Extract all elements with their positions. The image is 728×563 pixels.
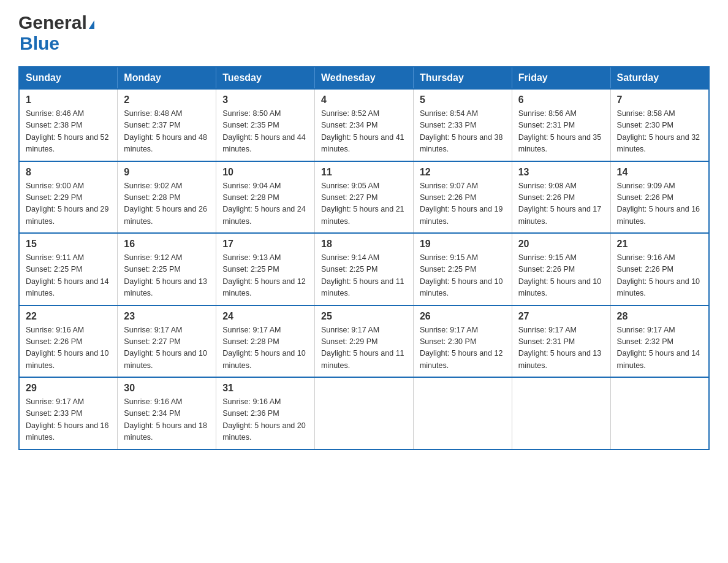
weekday-header-monday: Monday — [118, 67, 216, 89]
logo-blue-text: Blue — [20, 33, 59, 53]
day-info: Sunrise: 8:50 AMSunset: 2:35 PMDaylight:… — [222, 108, 308, 156]
calendar-day-cell: 3 Sunrise: 8:50 AMSunset: 2:35 PMDayligh… — [216, 89, 315, 161]
day-number: 20 — [518, 239, 604, 250]
day-info: Sunrise: 9:11 AMSunset: 2:25 PMDaylight:… — [26, 252, 111, 300]
day-number: 17 — [222, 239, 308, 250]
day-number: 13 — [518, 167, 604, 178]
calendar-day-cell: 20 Sunrise: 9:15 AMSunset: 2:26 PMDaylig… — [512, 233, 610, 305]
day-info: Sunrise: 8:54 AMSunset: 2:33 PMDaylight:… — [420, 108, 506, 156]
day-number: 21 — [617, 239, 702, 250]
calendar-day-cell: 1 Sunrise: 8:46 AMSunset: 2:38 PMDayligh… — [19, 89, 118, 161]
calendar-day-cell: 23 Sunrise: 9:17 AMSunset: 2:27 PMDaylig… — [118, 305, 216, 378]
day-info: Sunrise: 9:12 AMSunset: 2:25 PMDaylight:… — [124, 252, 210, 300]
calendar-day-cell: 25 Sunrise: 9:17 AMSunset: 2:29 PMDaylig… — [315, 305, 414, 378]
day-info: Sunrise: 8:48 AMSunset: 2:37 PMDaylight:… — [124, 108, 210, 156]
calendar-day-cell: 4 Sunrise: 8:52 AMSunset: 2:34 PMDayligh… — [315, 89, 414, 161]
weekday-header-friday: Friday — [512, 67, 610, 89]
day-number: 28 — [617, 311, 702, 322]
calendar-day-cell: 30 Sunrise: 9:16 AMSunset: 2:34 PMDaylig… — [118, 377, 216, 450]
calendar-day-cell: 21 Sunrise: 9:16 AMSunset: 2:26 PMDaylig… — [610, 233, 709, 305]
weekday-header-thursday: Thursday — [413, 67, 512, 89]
day-info: Sunrise: 9:17 AMSunset: 2:30 PMDaylight:… — [420, 324, 506, 372]
calendar-table: SundayMondayTuesdayWednesdayThursdayFrid… — [18, 66, 710, 450]
day-info: Sunrise: 9:16 AMSunset: 2:34 PMDaylight:… — [124, 396, 210, 444]
weekday-header-wednesday: Wednesday — [315, 67, 414, 89]
calendar-week-row: 8 Sunrise: 9:00 AMSunset: 2:29 PMDayligh… — [19, 161, 709, 234]
day-info: Sunrise: 9:07 AMSunset: 2:26 PMDaylight:… — [420, 180, 506, 228]
calendar-day-cell: 27 Sunrise: 9:17 AMSunset: 2:31 PMDaylig… — [512, 305, 610, 378]
calendar-week-row: 1 Sunrise: 8:46 AMSunset: 2:38 PMDayligh… — [19, 89, 709, 161]
day-info: Sunrise: 9:13 AMSunset: 2:25 PMDaylight:… — [222, 252, 308, 300]
day-info: Sunrise: 9:14 AMSunset: 2:25 PMDaylight:… — [321, 252, 407, 300]
calendar-day-cell: 13 Sunrise: 9:08 AMSunset: 2:26 PMDaylig… — [512, 161, 610, 234]
calendar-day-cell: 26 Sunrise: 9:17 AMSunset: 2:30 PMDaylig… — [413, 305, 512, 378]
calendar-day-cell: 18 Sunrise: 9:14 AMSunset: 2:25 PMDaylig… — [315, 233, 414, 305]
calendar-day-cell: 5 Sunrise: 8:54 AMSunset: 2:33 PMDayligh… — [413, 89, 512, 161]
day-number: 29 — [26, 383, 111, 394]
calendar-body: 1 Sunrise: 8:46 AMSunset: 2:38 PMDayligh… — [19, 89, 709, 450]
calendar-week-row: 15 Sunrise: 9:11 AMSunset: 2:25 PMDaylig… — [19, 233, 709, 305]
day-info: Sunrise: 9:16 AMSunset: 2:36 PMDaylight:… — [222, 396, 308, 444]
day-info: Sunrise: 9:05 AMSunset: 2:27 PMDaylight:… — [321, 180, 407, 228]
day-number: 30 — [124, 383, 210, 394]
day-number: 18 — [321, 239, 407, 250]
calendar-day-cell: 24 Sunrise: 9:17 AMSunset: 2:28 PMDaylig… — [216, 305, 315, 378]
calendar-day-cell — [610, 377, 709, 450]
calendar-day-cell: 28 Sunrise: 9:17 AMSunset: 2:32 PMDaylig… — [610, 305, 709, 378]
day-info: Sunrise: 9:00 AMSunset: 2:29 PMDaylight:… — [26, 180, 111, 228]
day-number: 1 — [26, 94, 111, 105]
calendar-day-cell: 19 Sunrise: 9:15 AMSunset: 2:25 PMDaylig… — [413, 233, 512, 305]
calendar-day-cell: 29 Sunrise: 9:17 AMSunset: 2:33 PMDaylig… — [19, 377, 118, 450]
day-number: 10 — [222, 167, 308, 178]
day-info: Sunrise: 9:15 AMSunset: 2:26 PMDaylight:… — [518, 252, 604, 300]
calendar-day-cell: 15 Sunrise: 9:11 AMSunset: 2:25 PMDaylig… — [19, 233, 118, 305]
day-info: Sunrise: 8:52 AMSunset: 2:34 PMDaylight:… — [321, 108, 407, 156]
day-number: 11 — [321, 167, 407, 178]
day-info: Sunrise: 9:17 AMSunset: 2:32 PMDaylight:… — [617, 324, 702, 372]
day-number: 26 — [420, 311, 506, 322]
calendar-week-row: 29 Sunrise: 9:17 AMSunset: 2:33 PMDaylig… — [19, 377, 709, 450]
day-info: Sunrise: 9:04 AMSunset: 2:28 PMDaylight:… — [222, 180, 308, 228]
day-info: Sunrise: 9:08 AMSunset: 2:26 PMDaylight:… — [518, 180, 604, 228]
day-number: 9 — [124, 167, 210, 178]
calendar-day-cell: 31 Sunrise: 9:16 AMSunset: 2:36 PMDaylig… — [216, 377, 315, 450]
day-number: 2 — [124, 94, 210, 105]
day-number: 14 — [617, 167, 702, 178]
day-number: 6 — [518, 94, 604, 105]
day-info: Sunrise: 9:02 AMSunset: 2:28 PMDaylight:… — [124, 180, 210, 228]
day-number: 25 — [321, 311, 407, 322]
logo: General Blue — [18, 12, 94, 54]
calendar-day-cell: 14 Sunrise: 9:09 AMSunset: 2:26 PMDaylig… — [610, 161, 709, 234]
day-number: 4 — [321, 94, 407, 105]
day-info: Sunrise: 8:58 AMSunset: 2:30 PMDaylight:… — [617, 108, 702, 156]
calendar-day-cell: 11 Sunrise: 9:05 AMSunset: 2:27 PMDaylig… — [315, 161, 414, 234]
page-header: General Blue — [18, 12, 710, 54]
day-info: Sunrise: 9:17 AMSunset: 2:31 PMDaylight:… — [518, 324, 604, 372]
calendar-day-cell: 7 Sunrise: 8:58 AMSunset: 2:30 PMDayligh… — [610, 89, 709, 161]
weekday-header-sunday: Sunday — [19, 67, 118, 89]
day-number: 16 — [124, 239, 210, 250]
day-number: 19 — [420, 239, 506, 250]
day-number: 23 — [124, 311, 210, 322]
calendar-day-cell: 2 Sunrise: 8:48 AMSunset: 2:37 PMDayligh… — [118, 89, 216, 161]
day-number: 27 — [518, 311, 604, 322]
day-info: Sunrise: 9:17 AMSunset: 2:33 PMDaylight:… — [26, 396, 111, 444]
calendar-day-cell: 8 Sunrise: 9:00 AMSunset: 2:29 PMDayligh… — [19, 161, 118, 234]
weekday-header-saturday: Saturday — [610, 67, 709, 89]
day-info: Sunrise: 9:09 AMSunset: 2:26 PMDaylight:… — [617, 180, 702, 228]
calendar-day-cell: 22 Sunrise: 9:16 AMSunset: 2:26 PMDaylig… — [19, 305, 118, 378]
calendar-day-cell — [512, 377, 610, 450]
day-info: Sunrise: 9:17 AMSunset: 2:28 PMDaylight:… — [222, 324, 308, 372]
day-info: Sunrise: 9:16 AMSunset: 2:26 PMDaylight:… — [26, 324, 111, 372]
day-info: Sunrise: 9:17 AMSunset: 2:29 PMDaylight:… — [321, 324, 407, 372]
day-info: Sunrise: 9:16 AMSunset: 2:26 PMDaylight:… — [617, 252, 702, 300]
calendar-day-cell: 17 Sunrise: 9:13 AMSunset: 2:25 PMDaylig… — [216, 233, 315, 305]
day-number: 15 — [26, 239, 111, 250]
calendar-day-cell: 12 Sunrise: 9:07 AMSunset: 2:26 PMDaylig… — [413, 161, 512, 234]
calendar-day-cell: 16 Sunrise: 9:12 AMSunset: 2:25 PMDaylig… — [118, 233, 216, 305]
calendar-day-cell — [413, 377, 512, 450]
day-number: 7 — [617, 94, 702, 105]
day-info: Sunrise: 9:15 AMSunset: 2:25 PMDaylight:… — [420, 252, 506, 300]
day-info: Sunrise: 8:46 AMSunset: 2:38 PMDaylight:… — [26, 108, 111, 156]
day-number: 22 — [26, 311, 111, 322]
